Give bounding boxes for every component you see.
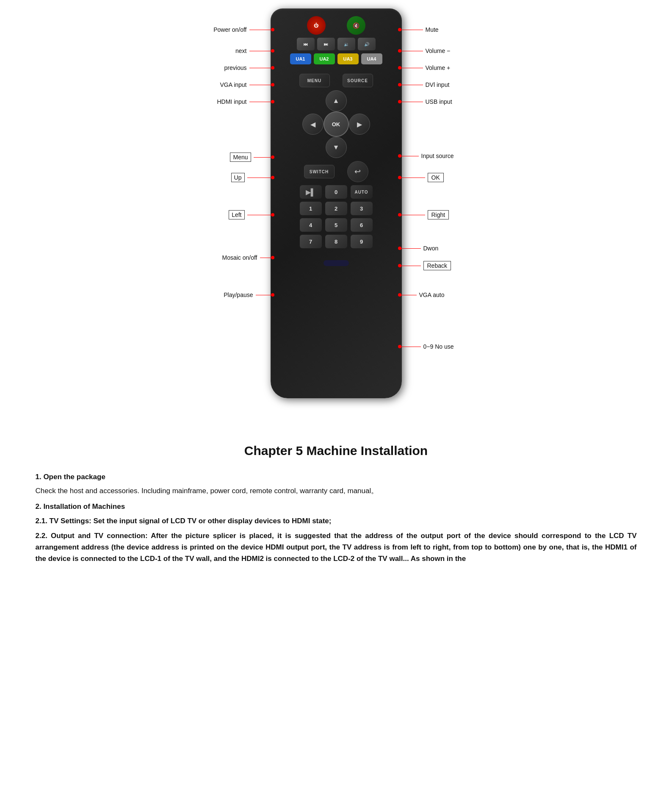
remote-wrapper: ⏻ 🔇 ⏮ ⏭ 🔉 🔊 UA1 UA2 UA3 UA4 xyxy=(146,8,527,424)
play-button[interactable]: ▶▌ xyxy=(300,185,322,199)
dpad-left-button[interactable]: ◀ xyxy=(302,114,324,135)
num0-button[interactable]: 0 xyxy=(325,185,347,199)
section1-heading: 1. Open the package xyxy=(36,471,637,483)
dpad-ok-button[interactable]: OK xyxy=(324,111,349,137)
ua1-button[interactable]: UA1 xyxy=(290,53,311,64)
section2-1: 2.1. TV Settings: Set the input signal o… xyxy=(36,515,637,527)
label-mute: Mute xyxy=(400,26,439,33)
label-vol-plus: Volume + xyxy=(400,64,451,71)
num-row-2: 4 5 6 xyxy=(277,218,396,232)
label-vga-auto: VGA auto xyxy=(400,291,445,298)
vol-down-button[interactable]: 🔉 xyxy=(337,38,355,50)
ua4-button[interactable]: UA4 xyxy=(361,53,382,64)
num6-button[interactable]: 6 xyxy=(351,218,373,232)
prev-button[interactable]: ⏮ xyxy=(297,38,315,50)
ir-sensor xyxy=(324,260,349,266)
label-hdmi-input: HDMI input xyxy=(217,98,272,105)
back-button[interactable]: ↩ xyxy=(347,161,368,182)
remote-body: ⏻ 🔇 ⏮ ⏭ 🔉 🔊 UA1 UA2 UA3 UA4 xyxy=(271,8,402,398)
label-dvi-input: DVl input xyxy=(400,81,450,88)
label-power: Power on/off xyxy=(213,26,272,33)
menu-source-row: MENU SOURCE xyxy=(277,74,396,87)
mute-button[interactable]: 🔇 xyxy=(347,16,365,35)
label-previous: previous xyxy=(224,64,273,71)
remote-diagram: ⏻ 🔇 ⏮ ⏭ 🔉 🔊 UA1 UA2 UA3 UA4 xyxy=(34,8,638,424)
ua3-button[interactable]: UA3 xyxy=(337,53,359,64)
label-play: Play/pause xyxy=(224,291,272,298)
num9-button[interactable]: 9 xyxy=(351,235,373,248)
section2-heading: 2. Installation of Machines xyxy=(36,501,637,512)
label-mosaic: Mosaic on/off xyxy=(222,254,272,261)
num2-button[interactable]: 2 xyxy=(325,202,347,215)
num-row-1: 1 2 3 xyxy=(277,202,396,215)
num7-button[interactable]: 7 xyxy=(300,235,322,248)
section1-body: Check the host and accessories. Includin… xyxy=(36,485,637,497)
section2-2: 2.2. Output and TV connection: After the… xyxy=(36,530,637,565)
source-button[interactable]: SOURCE xyxy=(343,74,373,87)
label-vol-minus: Volume − xyxy=(400,47,451,54)
top-buttons-row: ⏻ 🔇 xyxy=(277,16,396,35)
dpad: ▲ ◀ OK ▶ ▼ xyxy=(302,90,370,158)
ua2-button[interactable]: UA2 xyxy=(314,53,335,64)
num1-button[interactable]: 1 xyxy=(300,202,322,215)
dpad-up-button[interactable]: ▲ xyxy=(326,90,347,111)
label-left: Left xyxy=(229,210,272,219)
label-up: Up xyxy=(231,173,273,182)
label-ok-right: OK xyxy=(400,173,444,182)
label-vga-input: VGA input xyxy=(220,81,272,88)
menu-button[interactable]: MENU xyxy=(299,74,330,87)
chapter-title: Chapter 5 Machine Installation xyxy=(36,441,637,461)
label-input-source: Input source xyxy=(400,153,454,159)
switch-back-row: SWITCH ↩ xyxy=(277,161,396,182)
num4-button[interactable]: 4 xyxy=(300,218,322,232)
ua-buttons-row: UA1 UA2 UA3 UA4 xyxy=(290,53,382,64)
label-right: Right xyxy=(400,210,449,219)
num3-button[interactable]: 3 xyxy=(351,202,373,215)
content-area: Chapter 5 Machine Installation 1. Open t… xyxy=(36,441,637,568)
next-button[interactable]: ⏭ xyxy=(317,38,335,50)
num8-button[interactable]: 8 xyxy=(325,235,347,248)
label-menu: Menu xyxy=(230,153,272,162)
power-button[interactable]: ⏻ xyxy=(307,16,326,35)
label-down: Dwon xyxy=(400,245,439,252)
label-reback: Reback xyxy=(400,261,451,270)
label-next: next xyxy=(235,47,272,54)
label-no-use: 0−9 No use xyxy=(400,343,454,350)
media-controls-row: ⏮ ⏭ 🔉 🔊 xyxy=(277,38,396,50)
play-zero-auto-row: ▶▌ 0 AUTO xyxy=(277,185,396,199)
num-row-3: 7 8 9 xyxy=(277,235,396,248)
num5-button[interactable]: 5 xyxy=(325,218,347,232)
label-usb-input: USB input xyxy=(400,98,452,105)
switch-button[interactable]: SWITCH xyxy=(304,165,335,178)
vol-up-button[interactable]: 🔊 xyxy=(358,38,376,50)
auto-button[interactable]: AUTO xyxy=(351,185,373,199)
dpad-right-button[interactable]: ▶ xyxy=(349,114,370,135)
dpad-down-button[interactable]: ▼ xyxy=(326,137,347,158)
